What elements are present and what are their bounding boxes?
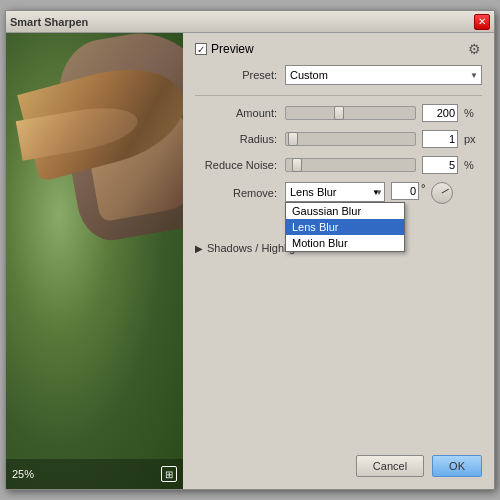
titlebar: Smart Sharpen ✕ [6,11,494,33]
photo-overlay: 25% ⊞ [6,459,183,489]
amount-label: Amount: [195,107,285,119]
radius-input[interactable] [422,130,458,148]
zoom-level: 25% [12,468,34,480]
reduce-noise-unit: % [464,159,482,171]
expand-icon[interactable]: ▶ [195,243,203,254]
content-area: 25% ⊞ ✓ Preview ⚙ Preset: [6,33,494,489]
amount-input[interactable] [422,104,458,122]
reduce-noise-slider[interactable] [285,158,416,172]
amount-slider[interactable] [285,106,416,120]
remove-dropdown-arrow: ▼ [372,188,380,197]
radius-slider-row: px [285,130,482,148]
amount-row: Amount: % [195,104,482,122]
preset-label: Preset: [195,69,285,81]
controls-panel: ✓ Preview ⚙ Preset: Custom Amount: [183,33,494,489]
amount-unit: % [464,107,482,119]
reduce-noise-row: Reduce Noise: % [195,156,482,174]
ok-button[interactable]: OK [432,455,482,477]
close-button[interactable]: ✕ [474,14,490,30]
reduce-noise-input[interactable] [422,156,458,174]
zoom-icon[interactable]: ⊞ [161,466,177,482]
radius-slider[interactable] [285,132,416,146]
dropdown-item-motion[interactable]: Motion Blur [286,235,404,251]
gear-icon[interactable]: ⚙ [466,41,482,57]
amount-slider-row: % [285,104,482,122]
bottom-buttons: Cancel OK [195,449,482,481]
preview-checkbox[interactable]: ✓ [195,43,207,55]
remove-row: Remove: Lens Blur ▼ Gaussian Blur Lens B… [195,182,482,204]
preview-row: ✓ Preview [195,42,254,56]
photo-panel: 25% ⊞ [6,33,183,489]
preset-row: Preset: Custom [195,65,482,85]
preset-select-wrapper: Custom [285,65,482,85]
preset-select[interactable]: Custom [285,65,482,85]
dropdown-item-gaussian[interactable]: Gaussian Blur [286,203,404,219]
preview-label: Preview [211,42,254,56]
dropdown-item-lens[interactable]: Lens Blur [286,219,404,235]
top-controls: ✓ Preview ⚙ [195,41,482,57]
remove-label: Remove: [195,187,285,199]
radius-unit: px [464,133,482,145]
remove-select-display[interactable]: Lens Blur ▼ [285,182,385,202]
reduce-noise-label: Reduce Noise: [195,159,285,171]
reduce-noise-slider-row: % [285,156,482,174]
radius-row: Radius: px [195,130,482,148]
photo-background [6,33,183,489]
window-title: Smart Sharpen [10,16,88,28]
cancel-button[interactable]: Cancel [356,455,424,477]
radius-label: Radius: [195,133,285,145]
remove-dropdown: Gaussian Blur Lens Blur Motion Blur [285,202,405,252]
angle-wheel[interactable] [431,182,453,204]
main-window: Smart Sharpen ✕ 25% ⊞ ✓ Preview [5,10,495,490]
separator-1 [195,95,482,96]
remove-select-wrapper: Lens Blur ▼ Gaussian Blur Lens Blur Moti… [285,182,385,202]
angle-symbol: ° [421,182,425,194]
angle-input[interactable] [391,182,419,200]
